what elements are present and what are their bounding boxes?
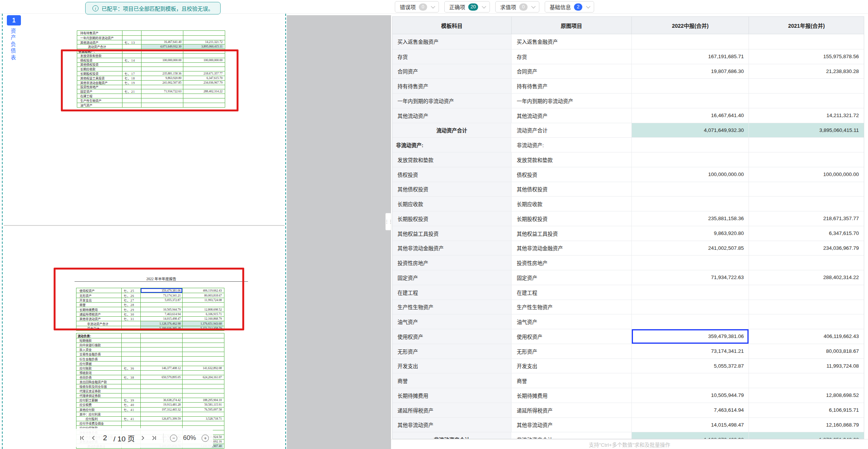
value-2021-cell[interactable] bbox=[749, 94, 864, 108]
table-row[interactable]: 商誉商誉 bbox=[393, 373, 864, 388]
table-row[interactable]: 投资性房地产投资性房地产 bbox=[393, 255, 864, 270]
table-row[interactable]: 使用权资产使用权资产359,479,381.06406,119,662.43 bbox=[393, 329, 864, 344]
value-2021-cell[interactable]: 3,895,060,415.11 bbox=[749, 123, 864, 138]
table-row[interactable]: 生产性生物资产生产性生物资产 bbox=[393, 300, 864, 314]
value-2022-cell[interactable]: 71,934,722.63 bbox=[631, 270, 749, 285]
value-2022-cell[interactable]: 14,015,498.47 bbox=[631, 418, 749, 432]
table-row[interactable]: 其他非流动金融资产其他非流动金融资产241,002,507.85234,036,… bbox=[393, 241, 864, 255]
value-2022-cell[interactable]: 1,128,376,462.98 bbox=[631, 432, 749, 439]
prev-page-button[interactable] bbox=[91, 435, 97, 441]
table-row[interactable]: 其他流动资产其他流动资产16,467,641.4014,211,321.72 bbox=[393, 108, 864, 123]
table-row[interactable]: 其他非流动资产其他非流动资产14,015,498.4712,160,868.79 bbox=[393, 417, 864, 432]
table-row[interactable]: 买入返售金融资产买入返售金融资产 bbox=[393, 34, 864, 49]
value-2021-cell[interactable]: 14,211,321.72 bbox=[749, 108, 864, 123]
value-2022-cell[interactable] bbox=[631, 182, 749, 197]
value-2021-cell[interactable]: 406,119,662.43 bbox=[749, 329, 864, 344]
table-row[interactable]: 其他权益工具投资其他权益工具投资9,863,920.806,347,615.70 bbox=[393, 226, 864, 241]
value-2021-cell[interactable] bbox=[749, 255, 864, 270]
panel-drag-handle[interactable]: ⋮⋮ bbox=[385, 213, 391, 230]
next-page-button[interactable] bbox=[140, 435, 146, 441]
value-2021-cell[interactable]: 100,000,000.00 bbox=[749, 167, 864, 182]
value-2021-cell[interactable] bbox=[749, 34, 864, 49]
value-2022-cell[interactable]: 359,479,381.06 bbox=[631, 329, 749, 344]
value-2021-cell[interactable]: 21,238,830.28 bbox=[749, 64, 864, 79]
value-2021-cell[interactable] bbox=[749, 79, 864, 93]
table-row[interactable]: 一年内到期的非流动资产一年内到期的非流动资产 bbox=[393, 93, 864, 108]
value-2022-cell[interactable] bbox=[631, 79, 749, 93]
value-2022-cell[interactable]: 10,505,944.79 bbox=[631, 388, 749, 403]
value-2021-cell[interactable]: 6,106,915.71 bbox=[749, 403, 864, 417]
value-2021-cell[interactable] bbox=[749, 152, 864, 167]
value-2021-cell[interactable] bbox=[749, 197, 864, 211]
first-page-button[interactable] bbox=[79, 435, 86, 441]
value-2021-cell[interactable]: 11,993,724.08 bbox=[749, 359, 864, 373]
table-row[interactable]: 长期待摊费用长期待摊费用10,505,944.7912,808,698.52 bbox=[393, 388, 864, 403]
value-2021-cell[interactable] bbox=[749, 373, 864, 388]
value-2022-cell[interactable]: 241,002,507.85 bbox=[631, 241, 749, 255]
value-2022-cell[interactable] bbox=[631, 152, 749, 167]
table-row[interactable]: 递延所得税资产递延所得税资产7,463,614.946,106,915.71 bbox=[393, 403, 864, 417]
filter-dropdown-基础信息[interactable]: 基础信息2 bbox=[545, 1, 594, 13]
value-2021-cell[interactable]: 288,402,314.22 bbox=[749, 270, 864, 285]
value-2021-cell[interactable] bbox=[749, 285, 864, 300]
value-2022-cell[interactable]: 9,863,920.80 bbox=[631, 226, 749, 241]
table-row[interactable]: 无形资产无形资产73,174,341.2180,003,818.67 bbox=[393, 344, 864, 359]
value-2022-cell[interactable] bbox=[631, 34, 749, 49]
value-2021-cell[interactable]: 12,808,698.52 bbox=[749, 388, 864, 403]
table-row[interactable]: 其他债权投资其他债权投资 bbox=[393, 182, 864, 197]
zoom-in-button[interactable]: + bbox=[202, 435, 209, 442]
value-2022-cell[interactable] bbox=[631, 300, 749, 314]
value-2022-cell[interactable] bbox=[631, 197, 749, 211]
value-2021-cell[interactable]: 6,347,615.70 bbox=[749, 226, 864, 241]
current-page-number[interactable]: 2 bbox=[103, 434, 107, 442]
value-2022-cell[interactable]: 167,191,685.71 bbox=[631, 49, 749, 64]
table-row[interactable]: 长期应收款长期应收款 bbox=[393, 196, 864, 211]
zoom-out-button[interactable]: − bbox=[170, 435, 177, 442]
value-2022-cell[interactable] bbox=[631, 373, 749, 388]
value-2021-cell[interactable]: 80,003,818.67 bbox=[749, 344, 864, 359]
doc-table-row: 拆入资金 bbox=[76, 347, 224, 352]
value-2022-cell[interactable] bbox=[631, 314, 749, 329]
table-row[interactable]: 债权投资债权投资100,000,000.00100,000,000.00 bbox=[393, 167, 864, 182]
value-2022-cell[interactable] bbox=[631, 255, 749, 270]
value-2021-cell[interactable] bbox=[749, 314, 864, 329]
value-2021-cell[interactable] bbox=[749, 138, 864, 152]
table-row[interactable]: 持有待售资产持有待售资产 bbox=[393, 78, 864, 93]
filter-dropdown-正确项[interactable]: 正确项20 bbox=[444, 1, 490, 13]
value-2021-cell[interactable] bbox=[749, 300, 864, 314]
value-2022-cell[interactable] bbox=[631, 285, 749, 300]
value-2021-cell[interactable]: 1,376,651,943.68 bbox=[749, 432, 864, 439]
value-2022-cell[interactable]: 16,467,641.40 bbox=[631, 108, 749, 123]
value-2021-cell[interactable]: 218,671,357.77 bbox=[749, 211, 864, 226]
table-row[interactable]: 流动资产合计流动资产合计4,071,649,932.303,895,060,41… bbox=[393, 123, 864, 138]
table-row[interactable]: 发放贷款和垫款发放贷款和垫款 bbox=[393, 152, 864, 167]
sheet-tab-label[interactable]: 资产负债表 bbox=[9, 28, 16, 62]
table-row[interactable]: 合同资产合同资产19,807,686.3021,238,830.28 bbox=[393, 64, 864, 79]
value-2021-cell[interactable]: 12,160,868.79 bbox=[749, 418, 864, 432]
filter-dropdown-错误项[interactable]: 错误项0 bbox=[395, 1, 439, 13]
value-2021-cell[interactable] bbox=[749, 182, 864, 197]
value-2022-cell[interactable]: 235,881,158.36 bbox=[631, 211, 749, 226]
value-2022-cell[interactable]: 4,071,649,932.30 bbox=[631, 123, 749, 138]
table-row[interactable]: 非流动资产合计非流动资产合计1,128,376,462.981,376,651,… bbox=[393, 432, 864, 439]
table-row[interactable]: 油气资产油气资产 bbox=[393, 314, 864, 329]
value-2022-cell[interactable]: 100,000,000.00 bbox=[631, 167, 749, 182]
value-2022-cell[interactable]: 19,807,686.30 bbox=[631, 64, 749, 79]
value-2021-cell[interactable]: 155,975,878.56 bbox=[749, 49, 864, 64]
sheet-tab-number[interactable]: 1 bbox=[7, 15, 21, 25]
value-2022-cell[interactable]: 7,463,614.94 bbox=[631, 403, 749, 417]
table-row[interactable]: 非流动资产:非流动资产: bbox=[393, 137, 864, 152]
table-row[interactable]: 长期股权投资长期股权投资235,881,158.36218,671,357.77 bbox=[393, 211, 864, 226]
table-row[interactable]: 在建工程在建工程 bbox=[393, 285, 864, 300]
value-2022-cell[interactable] bbox=[631, 94, 749, 108]
last-page-button[interactable] bbox=[151, 435, 157, 441]
header-original-item: 原图项目 bbox=[511, 17, 631, 34]
value-2022-cell[interactable] bbox=[631, 138, 749, 152]
value-2022-cell[interactable]: 73,174,341.21 bbox=[631, 344, 749, 359]
table-row[interactable]: 存货存货167,191,685.71155,975,878.56 bbox=[393, 49, 864, 64]
value-2022-cell[interactable]: 5,055,372.87 bbox=[631, 359, 749, 373]
value-2021-cell[interactable]: 234,036,967.79 bbox=[749, 241, 864, 255]
filter-dropdown-求值项[interactable]: 求值项0 bbox=[495, 1, 539, 13]
table-row[interactable]: 固定资产固定资产71,934,722.63288,402,314.22 bbox=[393, 270, 864, 285]
table-row[interactable]: 开发支出开发支出5,055,372.8711,993,724.08 bbox=[393, 359, 864, 373]
